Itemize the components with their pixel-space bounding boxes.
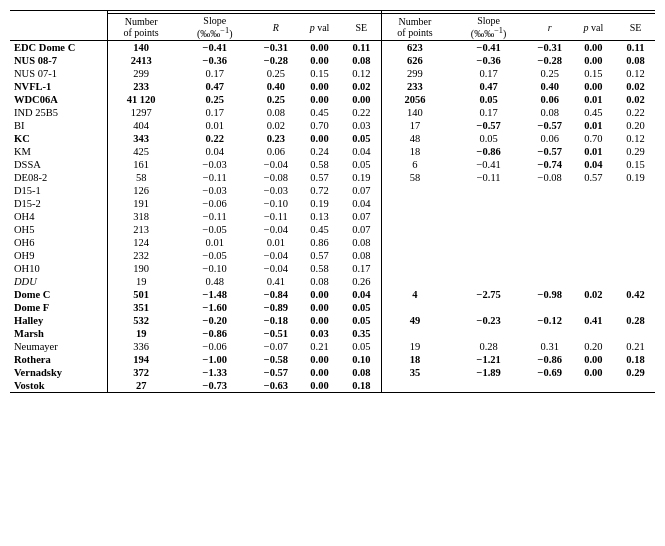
- whole-slope: −0.11: [175, 210, 255, 223]
- whole-p: 0.00: [297, 379, 342, 393]
- whole-n: 233: [107, 80, 174, 93]
- station-name: KM: [10, 145, 107, 158]
- station-name: OH10: [10, 262, 107, 275]
- table-row: Dome C 501 −1.48 −0.84 0.00 0.04 4 −2.75…: [10, 288, 655, 301]
- inter-r: [529, 197, 571, 210]
- table-row: DE08-2 58 −0.11 −0.08 0.57 0.19 58 −0.11…: [10, 171, 655, 184]
- whole-se: 0.08: [342, 54, 381, 67]
- whole-n: 1297: [107, 106, 174, 119]
- whole-p: 0.00: [297, 132, 342, 145]
- whole-se: 0.04: [342, 145, 381, 158]
- whole-p: 0.00: [297, 288, 342, 301]
- table-row: Rothera 194 −1.00 −0.58 0.00 0.10 18 −1.…: [10, 353, 655, 366]
- whole-n: 425: [107, 145, 174, 158]
- whole-slope: 0.47: [175, 80, 255, 93]
- table-row: EDC Dome C 140 −0.41 −0.31 0.00 0.11 623…: [10, 41, 655, 55]
- whole-slope: −0.20: [175, 314, 255, 327]
- whole-n: 404: [107, 119, 174, 132]
- station-name: BI: [10, 119, 107, 132]
- whole-se: 0.04: [342, 288, 381, 301]
- inter-r: −0.57: [529, 145, 571, 158]
- inter-se: 0.22: [616, 106, 655, 119]
- inter-p: [571, 301, 616, 314]
- table-row: Vostok 27 −0.73 −0.63 0.00 0.18: [10, 379, 655, 393]
- inter-p: 0.02: [571, 288, 616, 301]
- table-row: DSSA 161 −0.03 −0.04 0.58 0.05 6 −0.41 −…: [10, 158, 655, 171]
- inter-r: −0.31: [529, 41, 571, 55]
- whole-slope: 0.01: [175, 119, 255, 132]
- whole-n: 191: [107, 197, 174, 210]
- inter-n: [381, 275, 448, 288]
- inter-r: −0.74: [529, 158, 571, 171]
- inter-se: 0.28: [616, 314, 655, 327]
- whole-n: 140: [107, 41, 174, 55]
- inter-slope: −0.41: [448, 41, 528, 55]
- inter-se: 0.20: [616, 119, 655, 132]
- inter-se: 0.21: [616, 340, 655, 353]
- station-name: NVFL-1: [10, 80, 107, 93]
- whole-p: 0.19: [297, 197, 342, 210]
- whole-R: 0.01: [255, 236, 297, 249]
- whole-R: 0.40: [255, 80, 297, 93]
- inter-r: −0.98: [529, 288, 571, 301]
- station-name: OH5: [10, 223, 107, 236]
- col-w-slope: Slope(‰‰−1): [175, 14, 255, 41]
- inter-se: 0.02: [616, 93, 655, 106]
- inter-r: −0.57: [529, 119, 571, 132]
- whole-slope: −0.73: [175, 379, 255, 393]
- whole-n: 343: [107, 132, 174, 145]
- inter-n: 48: [381, 132, 448, 145]
- inter-se: 0.11: [616, 41, 655, 55]
- inter-se: [616, 236, 655, 249]
- inter-p: 0.01: [571, 145, 616, 158]
- table-row: OH10 190 −0.10 −0.04 0.58 0.17: [10, 262, 655, 275]
- inter-n: 2056: [381, 93, 448, 106]
- inter-se: [616, 197, 655, 210]
- station-name: Dome F: [10, 301, 107, 314]
- station-name: Vernadsky: [10, 366, 107, 379]
- inter-p: [571, 197, 616, 210]
- inter-r: −0.12: [529, 314, 571, 327]
- whole-p: 0.00: [297, 314, 342, 327]
- whole-slope: −0.03: [175, 184, 255, 197]
- inter-se: [616, 210, 655, 223]
- station-name: WDC06A: [10, 93, 107, 106]
- inter-se: 0.15: [616, 158, 655, 171]
- whole-p: 0.15: [297, 67, 342, 80]
- col-w-se: SE: [342, 14, 381, 41]
- inter-se: 0.29: [616, 366, 655, 379]
- table-row: NVFL-1 233 0.47 0.40 0.00 0.02 233 0.47 …: [10, 80, 655, 93]
- whole-p: 0.00: [297, 80, 342, 93]
- whole-n: 124: [107, 236, 174, 249]
- inter-r: [529, 210, 571, 223]
- whole-se: 0.08: [342, 366, 381, 379]
- inter-slope: [448, 184, 528, 197]
- whole-se: 0.12: [342, 67, 381, 80]
- whole-R: −0.03: [255, 184, 297, 197]
- inter-n: [381, 379, 448, 393]
- inter-n: [381, 236, 448, 249]
- table-row: BI 404 0.01 0.02 0.70 0.03 17 −0.57 −0.5…: [10, 119, 655, 132]
- whole-se: 0.18: [342, 379, 381, 393]
- whole-p: 0.70: [297, 119, 342, 132]
- whole-n: 372: [107, 366, 174, 379]
- whole-R: −0.58: [255, 353, 297, 366]
- inter-se: [616, 184, 655, 197]
- inter-slope: [448, 197, 528, 210]
- whole-n: 299: [107, 67, 174, 80]
- table-row: D15-1 126 −0.03 −0.03 0.72 0.07: [10, 184, 655, 197]
- inter-slope: 0.05: [448, 132, 528, 145]
- whole-R: −0.08: [255, 171, 297, 184]
- inter-slope: −0.23: [448, 314, 528, 327]
- inter-r: [529, 262, 571, 275]
- whole-slope: 0.48: [175, 275, 255, 288]
- inter-p: 0.41: [571, 314, 616, 327]
- whole-se: 0.05: [342, 158, 381, 171]
- whole-R: −0.11: [255, 210, 297, 223]
- inter-r: [529, 184, 571, 197]
- inter-se: [616, 275, 655, 288]
- inter-n: [381, 262, 448, 275]
- table-row: OH5 213 −0.05 −0.04 0.45 0.07: [10, 223, 655, 236]
- whole-p: 0.58: [297, 158, 342, 171]
- whole-n: 232: [107, 249, 174, 262]
